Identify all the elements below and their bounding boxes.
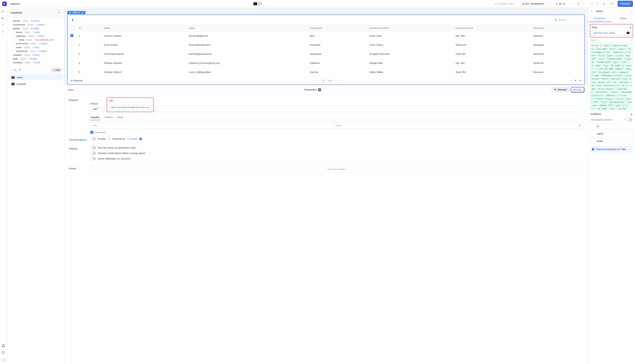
url-extension[interactable] bbox=[156, 106, 583, 112]
settings-icon[interactable]: ⚙ bbox=[2, 30, 6, 34]
tab-properties[interactable]: Properties bbox=[588, 15, 612, 22]
column-item-email[interactable]: ⋮⋮email bbox=[590, 138, 633, 144]
tab-styles[interactable]: Styles bbox=[612, 15, 635, 22]
more-icon[interactable]: ⋮ bbox=[630, 10, 632, 13]
tree-row-environment[interactable]: ›environmentObject2 entries bbox=[8, 42, 64, 46]
add-param-button[interactable]: + bbox=[318, 88, 321, 91]
tree-row-theme[interactable]: ›themeObject1 entry bbox=[8, 30, 64, 34]
copy-icon[interactable]: ⧉ bbox=[631, 39, 633, 42]
header-key-input[interactable]: Key bbox=[90, 122, 334, 128]
app-logo[interactable] bbox=[2, 2, 7, 6]
back-button[interactable]: ← bbox=[590, 10, 594, 13]
grip-icon: ⋮⋮ bbox=[592, 140, 595, 142]
prev-page-button[interactable]: ‹ bbox=[318, 79, 318, 82]
transformations-toggle[interactable] bbox=[90, 137, 96, 140]
support-icon[interactable]: 🎧 bbox=[2, 344, 6, 348]
dynamic-column-toggle[interactable] bbox=[627, 118, 632, 121]
first-page-button[interactable]: « bbox=[314, 79, 315, 82]
pin-button[interactable]: ⤢ bbox=[56, 10, 61, 15]
table-search[interactable]: 🔍Search bbox=[552, 17, 582, 23]
add-row-icon[interactable]: + bbox=[570, 79, 572, 82]
download-icon[interactable]: ⬇ bbox=[574, 79, 576, 82]
tab-headers[interactable]: Headers bbox=[90, 115, 100, 120]
page-input[interactable]: 1 bbox=[321, 78, 326, 82]
query-name[interactable]: users bbox=[68, 88, 74, 91]
row-checkbox[interactable] bbox=[70, 34, 73, 37]
collapse-icon[interactable]: ▴ bbox=[631, 112, 632, 116]
redo-button[interactable]: ↷ bbox=[596, 2, 598, 5]
query-item-products[interactable]: products bbox=[9, 81, 63, 87]
collapse-icon[interactable]: ▴ bbox=[630, 26, 631, 29]
column-item-id[interactable]: ⋮⋮id bbox=[590, 123, 633, 130]
confirm-toggle[interactable] bbox=[90, 152, 96, 155]
grip-icon: ⋮⋮ bbox=[592, 125, 595, 128]
info-icon[interactable]: i bbox=[139, 138, 142, 140]
tree-row-page[interactable]: ›pageObject4 entries bbox=[8, 57, 64, 61]
desktop-icon[interactable] bbox=[254, 2, 257, 5]
version-selector[interactable]: ◈ ver v1 › bbox=[554, 2, 573, 6]
row-checkbox[interactable] bbox=[70, 61, 73, 64]
tree-row-components[interactable]: ›componentsObject2 entries bbox=[8, 23, 64, 27]
tree-row-queries[interactable]: ›queriesObject2 entries bbox=[8, 19, 64, 23]
chat-icon[interactable]: 💬 bbox=[2, 351, 6, 355]
env-selector[interactable]: ▣ Env Development › bbox=[520, 2, 548, 6]
visibility-icon[interactable]: 👁 bbox=[579, 79, 582, 82]
eye-icon: 👁 bbox=[554, 88, 556, 91]
notify-toggle[interactable] bbox=[90, 157, 96, 160]
run-on-load-toggle[interactable] bbox=[90, 146, 96, 149]
table-row[interactable]: 4Patricia LebsackJulianne.OConner@kory.o… bbox=[68, 58, 584, 68]
table-component[interactable]: ▼ 🔍Search ID NAME EMAIL USERNAME ADDRESS… bbox=[67, 14, 585, 85]
theme-icon[interactable]: 🌙 bbox=[2, 358, 6, 362]
component-chip[interactable]: ⊞ TABLE2 🗑 bbox=[67, 11, 86, 14]
preview-button[interactable]: 👁 bbox=[609, 1, 614, 6]
tree-row-variables[interactable]: ›variablesObject0 entry bbox=[8, 53, 64, 57]
row-checkbox[interactable] bbox=[70, 43, 73, 46]
filter-icon[interactable]: ▼ bbox=[19, 68, 21, 72]
add-query-button[interactable]: +Add bbox=[51, 68, 62, 72]
pages-icon[interactable]: ▤ bbox=[2, 10, 6, 14]
delete-icon[interactable]: 🗑 bbox=[82, 12, 84, 14]
run-button[interactable]: ▶Run bbox=[571, 87, 584, 92]
undo-button[interactable]: ↶ bbox=[591, 2, 593, 5]
table-row[interactable]: 5Chelsey DietrichLucio_Hettinger@anKamre… bbox=[68, 68, 584, 77]
table-row[interactable]: 2Ervin HowellShanna@melissa.tvAntonetteV… bbox=[68, 40, 584, 50]
queries-panel: ↙ 🔍 ▼ +Add users products bbox=[8, 66, 64, 364]
tree-row-currentuser[interactable]: ›currentUserObject5 entries bbox=[8, 49, 64, 53]
row-checkbox[interactable] bbox=[70, 52, 73, 55]
debug-icon[interactable]: ✦ bbox=[2, 24, 6, 27]
query-item-users[interactable]: users bbox=[9, 74, 63, 80]
tree-row-constants[interactable]: ›constantsObject0 entry bbox=[8, 61, 64, 64]
header-value-input[interactable]: Value bbox=[334, 122, 576, 128]
column-item-name[interactable]: ⋮⋮name bbox=[590, 130, 633, 137]
release-button[interactable]: Release bbox=[618, 1, 633, 6]
table-row[interactable]: 1Leanne GrahamSincere@april.bizBretKulas… bbox=[68, 31, 584, 40]
device-toggle[interactable] bbox=[253, 2, 262, 6]
tab-body[interactable]: Body bbox=[117, 115, 124, 120]
inspector-icon[interactable]: ▶ bbox=[2, 17, 6, 20]
last-page-button[interactable]: » bbox=[338, 79, 339, 82]
row-checkbox[interactable] bbox=[70, 70, 73, 73]
filter-button[interactable]: ▼ bbox=[70, 18, 75, 23]
add-header-button[interactable]: + Add more bbox=[90, 131, 583, 134]
mobile-icon[interactable] bbox=[258, 2, 262, 5]
tree-row-mode[interactable]: ›modeObject1 entry bbox=[8, 46, 64, 49]
left-rail: ▤ ▶ ✦ ⚙ 🎧 💬 🌙 bbox=[0, 8, 8, 364]
url-input[interactable] bbox=[109, 104, 152, 110]
method-select[interactable]: GET› bbox=[90, 106, 105, 112]
documentation-link[interactable]: 📘 Read documentation for Table → bbox=[590, 146, 633, 152]
delete-header-button[interactable]: 🗑 bbox=[576, 122, 583, 128]
share-button[interactable]: ⋔ bbox=[601, 1, 606, 6]
collapse-icon[interactable]: ↙ bbox=[10, 68, 12, 72]
preview-button[interactable]: 👁Preview bbox=[552, 87, 569, 92]
tree-row-globals[interactable]: ›globalsObject5 entries bbox=[8, 27, 64, 30]
tab-params[interactable]: Params bbox=[104, 115, 114, 120]
tree-row-urlparams[interactable]: ›urlparamsObject1 entry bbox=[8, 34, 64, 38]
search-icon[interactable]: 🔍 bbox=[14, 68, 17, 72]
funnel-icon: ▼ bbox=[72, 18, 74, 21]
data-fx-input[interactable]: {{queries.users.data}} fx bbox=[592, 30, 631, 36]
refresh-button[interactable]: ⟳ bbox=[576, 1, 581, 6]
event-handlers-empty: No event handlers bbox=[90, 166, 583, 173]
next-page-button[interactable]: › bbox=[335, 79, 336, 82]
tree-row-email[interactable]: emailString"jason@email.com" bbox=[8, 38, 64, 42]
table-row[interactable]: 3Clementine BauchNathan@yesenia.netSaman… bbox=[68, 50, 584, 58]
